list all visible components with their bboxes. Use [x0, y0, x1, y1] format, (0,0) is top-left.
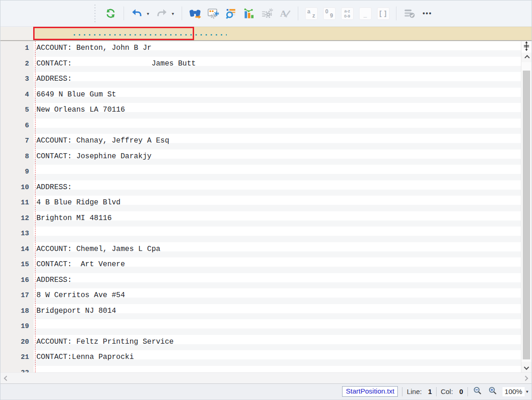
zoom-in-button[interactable]	[487, 386, 498, 397]
editor-line[interactable]: 16ADDRESS:	[0, 273, 532, 289]
zoom-out-button[interactable]	[472, 386, 483, 397]
trim-underscore-icon: _	[359, 7, 372, 20]
validate-csv-button[interactable]	[402, 6, 416, 21]
font-button[interactable]: A	[278, 6, 292, 21]
line-number: 4	[0, 88, 34, 103]
line-number: 20	[0, 335, 34, 351]
editor-line[interactable]: 1ACCOUNT: Benton, John B Jr	[0, 41, 532, 57]
editor-line[interactable]: 5New Orleans LA 70116	[0, 103, 532, 119]
toolbar-separator	[182, 6, 182, 20]
line-text: 4 B Blue Ridge Blvd	[34, 196, 532, 211]
toolbar-separator	[396, 6, 396, 20]
line-number: 19	[0, 319, 34, 335]
horizontal-scroll-track[interactable]	[12, 373, 520, 383]
redo-dropdown-caret[interactable]: ▾	[170, 11, 176, 16]
editor-line[interactable]: 10ADDRESS:	[0, 180, 532, 196]
filename-badge[interactable]: StartPosition.txt	[342, 386, 398, 397]
editor-line[interactable]: 7ACCOUNT: Chanay, Jeffrey A Esq	[0, 134, 532, 149]
filter-settings-button[interactable]	[206, 6, 220, 21]
zoom-caret-icon: ▾	[526, 389, 528, 394]
line-text: Bridgeport NJ 8014	[34, 304, 532, 320]
sort-alphanumeric-button[interactable]: a-z 0-9	[340, 6, 354, 21]
line-number: 17	[0, 288, 34, 304]
editor-line[interactable]: 3ADDRESS:	[0, 72, 532, 88]
undo-dropdown-caret[interactable]: ▾	[145, 11, 151, 16]
binoculars-find-icon	[189, 7, 201, 20]
editor-line[interactable]: 178 W Cerritos Ave #54	[0, 288, 532, 304]
chevron-right-icon	[523, 376, 528, 381]
editor-line[interactable]: 8CONTACT: Josephine Darakjy	[0, 149, 532, 165]
editor-line[interactable]: 15CONTACT: Art Venere	[0, 257, 532, 273]
redo-icon	[156, 7, 168, 19]
undo-button[interactable]	[130, 6, 144, 21]
filter-magnifier-icon	[225, 7, 237, 20]
line-number: 22	[0, 366, 34, 373]
filter-button[interactable]	[224, 6, 238, 21]
more-options-button[interactable]: •••	[420, 6, 434, 21]
scroll-right-button[interactable]	[520, 376, 532, 380]
ruler-gutter	[0, 27, 34, 40]
editor-line[interactable]: 20ACCOUNT: Feltz Printing Service	[0, 335, 532, 351]
line-text: ACCOUNT: Benton, John B Jr	[34, 41, 532, 57]
line-number: 3	[0, 72, 34, 88]
sort-numeric-button[interactable]: 0 9	[322, 6, 336, 21]
editor-line[interactable]: 2CONTACT: James Butt	[0, 57, 532, 72]
zoom-level-value: 100%	[502, 387, 525, 396]
ellipsis-icon: •••	[423, 10, 432, 17]
batch-settings-button[interactable]	[260, 6, 274, 21]
editor-line[interactable]: 46649 N Blue Gum St	[0, 88, 532, 103]
editor-line[interactable]: 13	[0, 227, 532, 242]
ruler-dots	[74, 34, 227, 36]
editor-line[interactable]: 14ACCOUNT: Chemel, James L Cpa	[0, 242, 532, 258]
find-in-csv-button[interactable]	[188, 6, 202, 21]
bar-chart-icon	[242, 7, 255, 20]
line-number: 21	[0, 350, 34, 366]
line-text: ACCOUNT: Chemel, James L Cpa	[34, 242, 532, 258]
editor-line[interactable]: 22	[0, 366, 532, 373]
toolbar-grip-handle[interactable]	[94, 5, 96, 22]
vertical-scroll-thumb[interactable]	[523, 71, 530, 359]
line-text: 6649 N Blue Gum St	[34, 88, 532, 103]
line-number: 14	[0, 242, 34, 258]
font-pencil-icon: A	[278, 7, 291, 20]
enclose-button[interactable]: [ ]	[376, 6, 390, 21]
line-text	[34, 319, 532, 335]
trim-button[interactable]: _	[358, 6, 372, 21]
line-text: 8 W Cerritos Ave #54	[34, 288, 532, 304]
zoom-level-dropdown[interactable]: 100% ▾	[502, 387, 528, 396]
status-separator	[436, 387, 437, 396]
editor-line[interactable]: 6	[0, 119, 532, 134]
editor-line[interactable]: 12Brighton MI 48116	[0, 211, 532, 227]
refresh-icon	[105, 7, 117, 19]
scroll-up-button[interactable]	[521, 53, 532, 62]
editor-line[interactable]: 114 B Blue Ridge Blvd	[0, 196, 532, 211]
split-window-handle[interactable]	[521, 41, 532, 53]
line-value: 1	[427, 388, 432, 395]
status-separator	[467, 387, 468, 396]
line-number: 9	[0, 165, 34, 180]
status-separator	[402, 387, 402, 396]
zoom-out-icon	[473, 386, 482, 397]
editor-line[interactable]: 19	[0, 319, 532, 335]
scroll-left-button[interactable]	[0, 376, 12, 380]
editor-area[interactable]: 1ACCOUNT: Benton, John B Jr2CONTACT: Jam…	[0, 41, 532, 372]
csv-ruler[interactable]	[0, 27, 532, 41]
vertical-scrollbar[interactable]	[521, 41, 532, 372]
editor-line[interactable]: 18Bridgeport NJ 8014	[0, 304, 532, 320]
line-container: 1ACCOUNT: Benton, John B Jr2CONTACT: Jam…	[0, 41, 532, 372]
line-number: 2	[0, 57, 34, 72]
vertical-scroll-track[interactable]	[521, 62, 532, 362]
horizontal-scrollbar[interactable]	[0, 372, 532, 384]
redo-button[interactable]	[155, 6, 169, 21]
refresh-button[interactable]	[104, 6, 118, 21]
line-number: 16	[0, 273, 34, 289]
sort-az-button[interactable]: a z	[304, 6, 318, 21]
chart-button[interactable]	[242, 6, 256, 21]
editor-line[interactable]: 9	[0, 165, 532, 180]
scroll-down-button[interactable]	[521, 362, 532, 372]
gears-icon	[260, 7, 273, 20]
line-text: ADDRESS:	[34, 72, 532, 88]
chevron-down-icon	[524, 364, 529, 370]
editor-line[interactable]: 21CONTACT:Lenna Paprocki	[0, 350, 532, 366]
split-handle-icon	[523, 41, 530, 53]
